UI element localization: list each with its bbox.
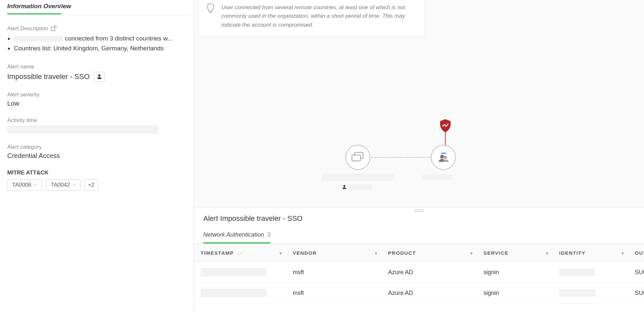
- redacted-text: [422, 174, 453, 180]
- filter-icon[interactable]: ▾: [280, 250, 283, 255]
- cell-product: Azure AD: [382, 262, 477, 283]
- bullet-text: Countries list: United Kingdom, Germany,…: [14, 45, 164, 52]
- user-icon: [97, 74, 102, 79]
- svg-rect-3: [441, 153, 446, 154]
- tab-label: Network Authentication: [203, 231, 264, 238]
- external-link-icon: ↗: [72, 182, 76, 187]
- host-node[interactable]: [345, 145, 370, 170]
- graph-edge: [371, 157, 431, 158]
- mitre-tag[interactable]: TA0042 ↗: [46, 179, 80, 191]
- redacted-text: [322, 174, 394, 181]
- redacted-text: [559, 289, 595, 297]
- severity-label: Alert severity: [7, 91, 186, 98]
- col-product[interactable]: PRODUCT ▾: [382, 244, 477, 262]
- cell-timestamp: [194, 262, 286, 283]
- external-link-icon: ↗: [33, 182, 37, 187]
- insight-box: User connected from several remote count…: [198, 0, 425, 36]
- category-value: Credential Access: [7, 152, 186, 160]
- cell-identity: [553, 283, 628, 303]
- redacted-text: [7, 125, 159, 134]
- col-timestamp[interactable]: TIMESTAMP ↓↑ ▾: [194, 244, 286, 262]
- svg-rect-2: [352, 155, 360, 161]
- cell-service: signin: [477, 262, 553, 283]
- shield-connector: [445, 132, 446, 145]
- redacted-text: [14, 36, 63, 42]
- col-vendor[interactable]: VENDOR ▾: [286, 244, 382, 262]
- mitre-block: MITRE ATT&CK TA0006 ↗ TA0042 ↗ +2: [7, 169, 186, 191]
- sort-icon[interactable]: ↓↑: [237, 251, 243, 256]
- host-icon: [351, 152, 364, 163]
- cell-vendor: msft: [286, 283, 382, 303]
- col-outcome[interactable]: OUTCOME: [628, 244, 644, 262]
- filter-icon[interactable]: ▾: [375, 250, 378, 255]
- user-node[interactable]: [431, 145, 456, 170]
- mitre-tag-label: TA0042: [51, 182, 70, 188]
- cell-service: signin: [477, 283, 553, 303]
- category-block: Alert category Credential Access: [7, 144, 186, 160]
- table-row[interactable]: msftAzure ADsigninSUCCESS: [194, 283, 644, 303]
- col-identity[interactable]: IDENTITY ▾: [553, 244, 628, 262]
- svg-point-5: [444, 156, 447, 159]
- alert-description-block: Alert Description connected from 3 disti…: [7, 25, 186, 54]
- user-badge[interactable]: [94, 72, 105, 82]
- category-label: Alert category: [7, 144, 186, 150]
- tab-network-authentication[interactable]: Network Authentication 3: [203, 227, 270, 244]
- mitre-more-label: +2: [88, 182, 94, 188]
- table-row[interactable]: msftAzure ADsigninSUCCESS: [194, 262, 644, 283]
- insight-text: User connected from several remote count…: [221, 3, 418, 29]
- title-underline: [7, 13, 62, 14]
- col-label: PRODUCT: [388, 250, 416, 256]
- user-icon: [342, 185, 347, 189]
- alert-description-label: Alert Description: [7, 25, 186, 32]
- svg-point-4: [440, 155, 444, 159]
- host-sub-label: [342, 184, 378, 190]
- cell-timestamp: [194, 283, 286, 303]
- activity-time-block: Activity time: [7, 117, 186, 134]
- bullet-text: connected from 3 distinct countries w...: [65, 35, 172, 42]
- alert-description-label-text: Alert Description: [7, 25, 48, 32]
- user-group-icon: [437, 151, 450, 164]
- panel-title: Information Overview: [7, 3, 186, 13]
- mitre-tag[interactable]: TA0006 ↗: [7, 179, 42, 191]
- col-label: IDENTITY: [559, 250, 585, 256]
- tab-count: 3: [267, 231, 270, 238]
- mitre-tag-label: TA0006: [12, 182, 31, 188]
- list-item: connected from 3 distinct countries w...: [14, 34, 186, 43]
- mitre-tags-row: TA0006 ↗ TA0042 ↗ +2: [7, 179, 186, 191]
- alert-name-block: Alert name Impossible traveler - SSO: [7, 64, 186, 82]
- alert-name-row: Impossible traveler - SSO: [7, 72, 186, 82]
- severity-value: Low: [7, 100, 186, 107]
- filter-icon[interactable]: ▾: [470, 250, 473, 255]
- info-overview-panel: Information Overview Alert Description c…: [0, 0, 194, 312]
- redacted-text: [559, 269, 595, 276]
- popout-icon[interactable]: [51, 26, 56, 31]
- tab-row: Network Authentication 3: [194, 227, 644, 244]
- mitre-more-button[interactable]: +2: [85, 179, 98, 191]
- col-service[interactable]: SERVICE ▾: [477, 244, 553, 262]
- col-label: OUTCOME: [635, 250, 644, 256]
- redacted-text: [349, 184, 372, 190]
- events-table: TIMESTAMP ↓↑ ▾ VENDOR ▾ PRODUCT ▾ SERVIC…: [194, 244, 644, 303]
- divider: [7, 15, 191, 15]
- alert-description-list: connected from 3 distinct countries w...…: [14, 34, 186, 54]
- cell-outcome: SUCCESS: [628, 262, 644, 283]
- cell-outcome: SUCCESS: [628, 283, 644, 303]
- filter-icon[interactable]: ▾: [546, 250, 549, 255]
- resize-handle[interactable]: [414, 209, 424, 212]
- lightbulb-icon: [205, 3, 216, 14]
- cell-product: Azure AD: [382, 283, 477, 303]
- col-label: SERVICE: [483, 250, 508, 256]
- main-area: User connected from several remote count…: [194, 0, 644, 312]
- alert-detail-panel: Alert Impossible traveler - SSO Network …: [194, 207, 644, 312]
- alert-name-label: Alert name: [7, 64, 186, 70]
- redacted-text: [201, 268, 266, 276]
- col-label: VENDOR: [293, 250, 317, 256]
- alert-shield-icon[interactable]: [439, 119, 451, 132]
- table-header-row: TIMESTAMP ↓↑ ▾ VENDOR ▾ PRODUCT ▾ SERVIC…: [194, 244, 644, 262]
- redacted-text: [201, 289, 266, 297]
- activity-time-label: Activity time: [7, 117, 186, 124]
- severity-block: Alert severity Low: [7, 91, 186, 107]
- col-label: TIMESTAMP: [201, 250, 234, 256]
- causality-graph[interactable]: [335, 122, 520, 181]
- filter-icon[interactable]: ▾: [622, 250, 625, 255]
